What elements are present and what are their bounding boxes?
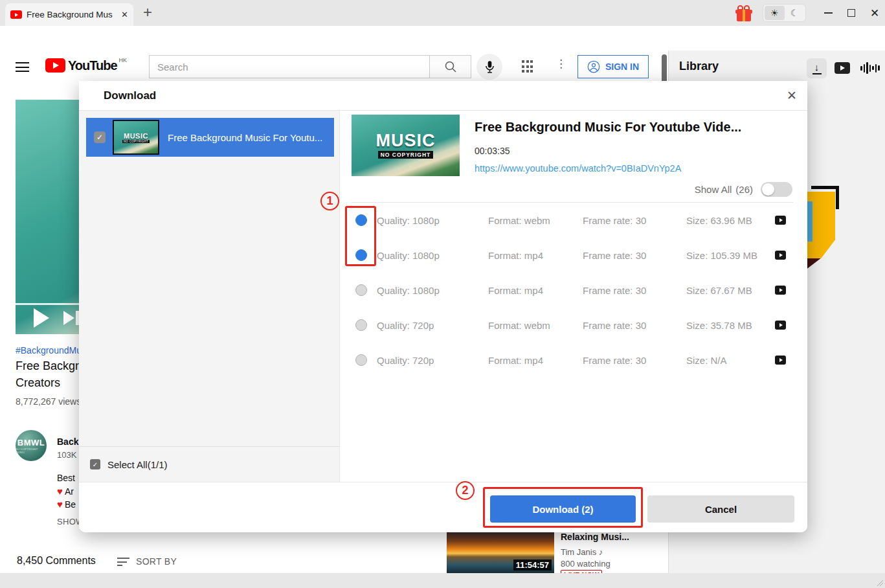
download-dialog: Download ✕ ✓ MUSIC NO COPYRIGHT Free Bac… [79, 81, 807, 532]
video-thumbnail: MUSIC NO COPYRIGHT [352, 115, 460, 176]
format-quality: Quality: 720p [377, 355, 434, 366]
play-icon[interactable] [34, 308, 49, 328]
sort-by-button[interactable]: SORT BY [136, 556, 177, 567]
page-scrollbar[interactable] [662, 54, 667, 83]
format-quality: Quality: 720p [377, 320, 434, 331]
format-row[interactable]: Quality: 1080p Format: mp4 Frame rate: 3… [79, 238, 807, 273]
theme-toggle[interactable]: ☀ ☽ [763, 4, 806, 22]
format-container: Format: webm [488, 215, 550, 226]
youtube-favicon-icon [10, 10, 22, 19]
format-radio[interactable] [355, 354, 367, 366]
maximize-button[interactable] [844, 6, 858, 19]
youtube-play-icon [45, 58, 65, 73]
voice-search-button[interactable] [476, 54, 502, 80]
apps-grid-icon[interactable] [522, 60, 535, 73]
annotation-step-1: 1 [320, 192, 339, 210]
format-size: Size: 105.39 MB [686, 250, 757, 261]
format-radio[interactable] [355, 319, 367, 331]
kebab-menu-icon[interactable]: ⋮ [555, 58, 565, 69]
format-row[interactable]: Quality: 1080p Format: mp4 Frame rate: 3… [79, 273, 807, 308]
downloads-tab-icon[interactable]: ↓ [807, 58, 827, 78]
dark-mode-icon[interactable]: ☽ [785, 6, 805, 20]
resize-grip[interactable] [877, 580, 883, 586]
format-preview-play-icon[interactable] [775, 251, 786, 260]
format-preview-play-icon[interactable] [775, 321, 786, 330]
app-window: Free Background Mus ✕ + ☀ ☽ ✕ ← → ↻ ⌂ ht… [0, 0, 885, 588]
format-preview-play-icon[interactable] [775, 216, 786, 225]
dialog-footer: Download (2) Cancel [79, 482, 807, 532]
graphic-bracket [811, 186, 839, 189]
format-preview-play-icon[interactable] [775, 356, 786, 365]
description-line: ♥Ar [57, 486, 74, 497]
format-size: Size: 67.67 MB [686, 285, 752, 296]
video-url-link[interactable]: https://www.youtube.com/watch?v=0BIaDVnY… [475, 163, 681, 174]
format-framerate: Frame rate: 30 [583, 320, 646, 331]
format-preview-play-icon[interactable] [775, 286, 786, 295]
new-tab-button[interactable]: + [139, 3, 157, 21]
select-all-label: Select All(1/1) [107, 459, 168, 470]
format-list: Quality: 1080p Format: webm Frame rate: … [79, 203, 807, 378]
suggested-title[interactable]: Relaxing Musi... [561, 532, 629, 542]
sort-icon[interactable] [117, 558, 129, 569]
show-all-toggle[interactable] [761, 182, 792, 197]
search-input[interactable] [149, 55, 430, 78]
format-framerate: Frame rate: 30 [583, 215, 646, 226]
format-row[interactable]: Quality: 720p Format: mp4 Frame rate: 30… [79, 343, 807, 378]
show-all-label: Show All [695, 184, 732, 195]
video-library-icon[interactable] [835, 62, 850, 74]
format-radio[interactable] [355, 284, 367, 296]
format-container: Format: mp4 [488, 285, 543, 296]
cancel-button[interactable]: Cancel [647, 495, 794, 523]
show-all-control: Show All (26) [695, 182, 792, 197]
audio-library-icon[interactable] [860, 61, 880, 75]
annotation-box-2 [483, 487, 643, 528]
watching-count: 800 watching [561, 559, 611, 569]
description-line: ♥Be [57, 499, 76, 510]
next-icon[interactable] [63, 311, 79, 325]
format-framerate: Frame rate: 30 [583, 355, 646, 366]
select-all-row[interactable]: ✓ Select All(1/1) [79, 446, 340, 482]
gift-icon[interactable] [735, 5, 752, 21]
light-mode-icon[interactable]: ☀ [765, 6, 785, 20]
format-container: Format: mp4 [488, 250, 543, 261]
region-label: HK [119, 57, 128, 63]
format-size: Size: N/A [686, 355, 727, 366]
browser-tab[interactable]: Free Background Mus ✕ [5, 3, 133, 26]
heart-icon: ♥ [57, 499, 63, 510]
hashtag-link[interactable]: #BackgroundMusi [16, 345, 88, 356]
select-all-checkbox[interactable]: ✓ [90, 459, 100, 469]
minimize-button[interactable] [821, 6, 835, 19]
music-note-icon: ♪ [599, 547, 603, 557]
search-button[interactable] [430, 55, 471, 78]
format-quality: Quality: 1080p [377, 250, 440, 261]
address-bar: ← → ↻ ⌂ https://www.youtube.com/watch?v=… [0, 26, 885, 51]
channel-name[interactable]: Back [57, 436, 78, 447]
description-line: Best [57, 473, 75, 483]
annotation-box-1 [345, 206, 376, 266]
suggested-thumbnail[interactable]: 11:54:57 [447, 530, 554, 573]
format-row[interactable]: Quality: 1080p Format: webm Frame rate: … [79, 203, 807, 238]
close-window-button[interactable]: ✕ [868, 6, 882, 19]
video-list-item[interactable]: ✓ MUSIC NO COPYRIGHT Free Background Mus… [86, 118, 334, 157]
channel-avatar[interactable]: BMWL NO COPYRIGHT MUSIC [16, 430, 47, 461]
dialog-close-icon[interactable]: ✕ [787, 88, 797, 103]
item-checkbox[interactable]: ✓ [94, 131, 106, 143]
tab-bar: Free Background Mus ✕ + ☀ ☽ ✕ [0, 0, 885, 26]
format-size: Size: 63.96 MB [686, 215, 752, 226]
youtube-logo[interactable]: YouTube HK [45, 58, 127, 73]
video-duration-badge: 11:54:57 [513, 560, 552, 571]
hamburger-menu-icon[interactable] [16, 62, 29, 75]
format-row[interactable]: Quality: 720p Format: webm Frame rate: 3… [79, 308, 807, 343]
format-size: Size: 35.78 MB [686, 320, 752, 331]
dialog-video-title: Free Background Music For Youtube Vide..… [475, 120, 741, 135]
video-title: Free Backgr Creators [16, 357, 79, 391]
view-count: 8,772,267 views [16, 396, 81, 407]
tab-close-icon[interactable]: ✕ [121, 10, 128, 19]
sign-in-button[interactable]: SIGN IN [577, 55, 649, 78]
format-container: Format: webm [488, 320, 550, 331]
format-quality: Quality: 1080p [377, 285, 440, 296]
annotation-step-2: 2 [456, 481, 475, 500]
tab-title: Free Background Mus [27, 10, 117, 19]
mic-icon [485, 60, 495, 74]
format-framerate: Frame rate: 30 [583, 250, 646, 261]
